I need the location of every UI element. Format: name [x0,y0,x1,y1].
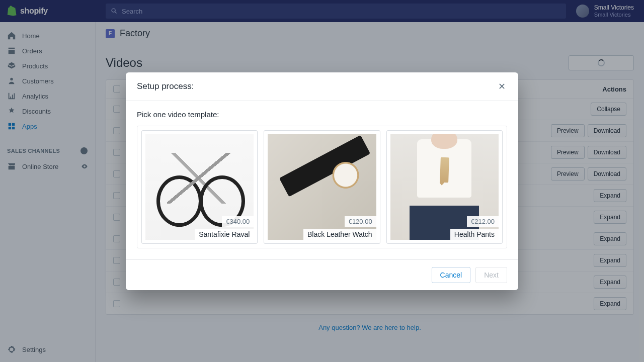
template-card-model[interactable]: €212.00Health Pants [386,130,503,244]
setup-modal: Setup process: ✕ Pick one video template… [126,72,518,290]
modal-subtitle: Pick one video template: [137,110,507,119]
template-name: Health Pants [450,229,499,240]
template-price: €120.00 [345,216,376,227]
template-price: €340.00 [222,216,254,227]
modal-overlay: Setup process: ✕ Pick one video template… [0,0,644,362]
cancel-button[interactable]: Cancel [432,267,471,283]
modal-title: Setup process: [137,81,194,92]
template-card-watch[interactable]: €120.00Black Leather Watch [264,130,380,244]
modal-footer: Cancel Next [126,259,518,290]
close-icon[interactable]: ✕ [498,82,507,91]
template-list: €340.00Santafixie Raval€120.00Black Leat… [137,126,507,248]
next-button[interactable]: Next [475,267,507,283]
template-card-bike[interactable]: €340.00Santafixie Raval [141,130,258,244]
template-price: €212.00 [467,216,499,227]
template-name: Black Leather Watch [303,229,376,240]
modal-header: Setup process: ✕ [126,72,518,101]
template-name: Santafixie Raval [195,229,254,240]
